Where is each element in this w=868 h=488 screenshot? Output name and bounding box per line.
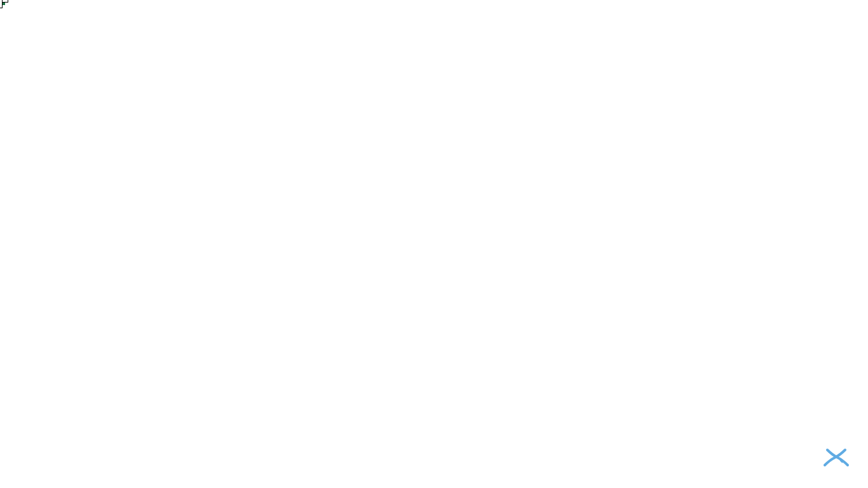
svg-line-0 — [830, 452, 832, 455]
subscribe-watermark — [822, 446, 850, 469]
dna-icon — [822, 446, 850, 468]
fill-handle[interactable] — [0, 0, 5, 5]
svg-line-1 — [840, 460, 843, 463]
selection-outline — [0, 0, 4, 4]
